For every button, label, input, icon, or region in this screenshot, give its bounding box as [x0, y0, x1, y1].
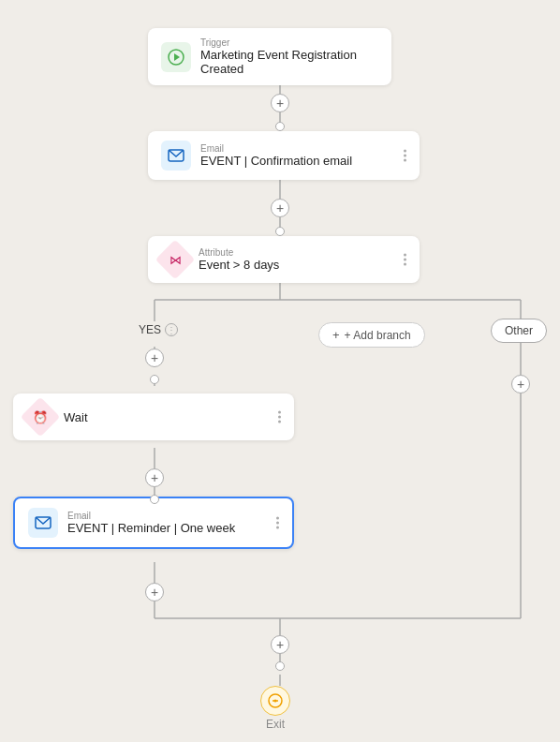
email1-icon: [161, 141, 191, 171]
wait-icon: ⏰: [21, 397, 60, 437]
connector-wait: [150, 495, 159, 504]
email2-icon: [28, 508, 58, 538]
email1-type-label: Email: [200, 143, 352, 154]
trigger-node[interactable]: Trigger Marketing Event Registration Cre…: [148, 28, 391, 85]
wait-menu[interactable]: [274, 408, 285, 427]
attribute-text: Attribute Event > 8 days: [199, 247, 279, 272]
yes-branch-label: YES ⋮: [139, 323, 178, 336]
trigger-label: Marketing Event Registration Created: [200, 48, 378, 76]
exit-label: Exit: [266, 718, 285, 731]
plus-btn-yes[interactable]: +: [145, 349, 164, 367]
email1-menu[interactable]: [400, 146, 410, 166]
workflow-canvas: Trigger Marketing Event Registration Cre…: [0, 0, 560, 742]
plus-btn-2[interactable]: +: [271, 199, 289, 217]
email2-label: EVENT | Reminder | One week: [67, 521, 235, 535]
wait-text: Wait: [64, 410, 88, 424]
plus-btn-other[interactable]: +: [511, 375, 530, 393]
connector-2: [275, 227, 285, 236]
plus-btn-1[interactable]: +: [271, 94, 289, 112]
add-branch-button[interactable]: + + Add branch: [318, 322, 425, 348]
attribute-icon: ⋈: [155, 240, 195, 279]
email2-text: Email EVENT | Reminder | One week: [67, 511, 235, 535]
attribute-menu[interactable]: [400, 250, 410, 270]
plus-btn-final[interactable]: +: [271, 635, 289, 654]
connector-1: [275, 122, 285, 131]
plus-btn-wait[interactable]: +: [145, 468, 164, 487]
wait-node[interactable]: ⏰ Wait: [13, 393, 294, 440]
connector-yes: [150, 375, 159, 384]
yes-branch-menu[interactable]: ⋮: [165, 323, 178, 336]
email1-text: Email EVENT | Confirmation email: [200, 143, 352, 168]
email2-menu[interactable]: [273, 513, 283, 533]
add-branch-plus-icon: +: [332, 328, 340, 342]
attribute-label: Event > 8 days: [199, 258, 279, 272]
trigger-type-label: Trigger: [200, 37, 378, 48]
attribute-node[interactable]: ⋈ Attribute Event > 8 days: [148, 236, 420, 283]
email2-node[interactable]: Email EVENT | Reminder | One week: [13, 497, 294, 549]
plus-btn-email2[interactable]: +: [145, 583, 164, 601]
connector-final: [275, 661, 285, 671]
email1-label: EVENT | Confirmation email: [200, 154, 352, 168]
attribute-type-label: Attribute: [199, 247, 279, 258]
trigger-text: Trigger Marketing Event Registration Cre…: [200, 37, 378, 76]
other-branch-button[interactable]: Other: [491, 319, 547, 343]
exit-node: Exit: [260, 686, 290, 731]
email1-node[interactable]: Email EVENT | Confirmation email: [148, 131, 420, 180]
trigger-icon: [161, 42, 191, 72]
svg-point-29: [274, 700, 277, 703]
email2-type-label: Email: [67, 511, 235, 521]
exit-icon: [260, 686, 290, 716]
